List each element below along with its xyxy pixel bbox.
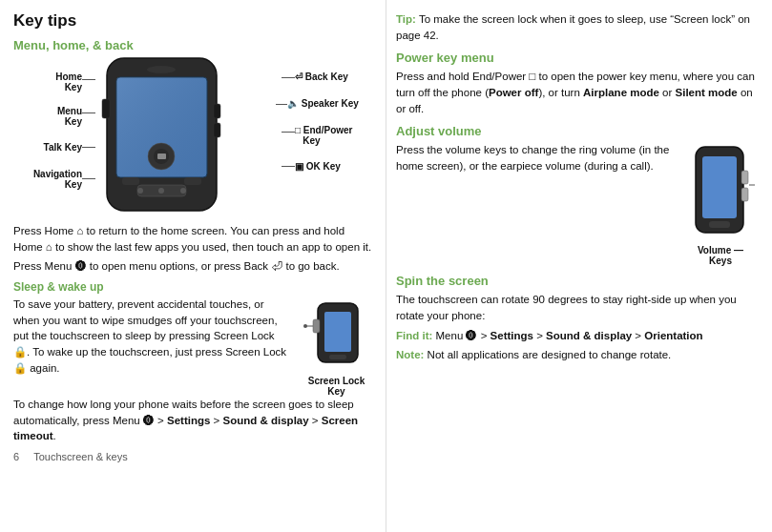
screen-lock-image: Screen Lock Key [301,298,372,397]
svg-rect-26 [741,188,748,201]
page-number: 6 Touchscreen & keys [13,450,372,465]
svg-rect-13 [184,177,201,185]
spin-screen-title: Spin the screen [396,274,759,288]
sleep-para2: To change how long your phone waits befo… [13,397,372,444]
svg-rect-23 [702,156,737,218]
svg-rect-4 [102,99,110,118]
volume-section-layout: Press the volume keys to change the ring… [396,142,759,266]
power-key-menu-title: Power key menu [396,51,759,65]
menu-line [82,113,95,113]
sleep-wake-title: Sleep & wake up [13,280,372,294]
back-line [282,77,295,78]
find-it-para: Find it: Menu ⓿ > Settings > Sound & dis… [396,328,759,344]
home-key-label: HomeKey [13,72,82,92]
right-column: Tip: To make the screen lock when it goe… [386,0,772,532]
screen-lock-svg [301,298,372,370]
left-column: Key tips Menu, home, & back [0,0,386,532]
page-title: Key tips [13,11,372,31]
menu-key-label: MenuKey [17,106,82,127]
home-line [82,79,95,80]
phone-diagram: HomeKey MenuKey Talk Key NavigationKey ⏎… [13,56,371,223]
svg-rect-24 [709,221,730,228]
svg-rect-25 [741,171,748,184]
menu-back-para: Press Menu ⓿ to open menu options, or pr… [13,258,372,275]
adjust-volume-title: Adjust volume [396,124,759,138]
volume-image-container: Volume —Keys [682,142,759,266]
svg-rect-18 [329,355,346,359]
volume-para: Press the volume keys to change the ring… [396,142,675,174]
svg-rect-17 [324,312,351,352]
sleep-text: To save your battery, prevent accidental… [13,297,293,379]
back-key-label: ⏎ Back Key [295,72,371,82]
ok-line [282,166,295,167]
svg-rect-19 [313,319,320,333]
talk-key-label: Talk Key [13,142,82,153]
sleep-section: To save your battery, prevent accidental… [13,297,372,397]
svg-rect-15 [214,123,220,137]
section-menu-home-back-title: Menu, home, & back [13,38,372,52]
home-key-para: Press Home ⌂ to return to the home scree… [13,223,372,255]
speaker-key-label: 🔈 Speaker Key [287,98,371,109]
end-power-key-label: □ End/Power Key [295,125,371,146]
svg-rect-12 [122,177,139,185]
svg-point-8 [180,188,186,194]
volume-text: Press the volume keys to change the ring… [396,142,675,177]
nav-line [82,178,95,179]
volume-keys-label: Volume —Keys [682,245,759,266]
svg-rect-11 [157,153,166,159]
svg-point-7 [158,188,164,194]
screen-lock-key-label: Screen Lock Key [301,376,372,397]
svg-point-6 [137,188,143,194]
speaker-line [276,104,287,105]
svg-rect-14 [214,104,220,118]
endpower-line [282,132,295,133]
tip-para: Tip: To make the screen lock when it goe… [396,11,759,43]
note-para: Note: Not all applications are designed … [396,347,759,363]
phone-diagram-svg [88,56,236,216]
ok-key-label: ▣ OK Key [295,161,371,172]
spin-para: The touchscreen can rotate 90 degrees to… [396,292,759,323]
navigation-key-label: NavigationKey [13,169,82,190]
svg-point-5 [147,66,176,73]
volume-phone-svg [686,142,755,242]
power-key-para: Press and hold End/Power □ to open the p… [396,69,759,116]
svg-point-21 [303,324,307,328]
talk-line [82,147,95,148]
